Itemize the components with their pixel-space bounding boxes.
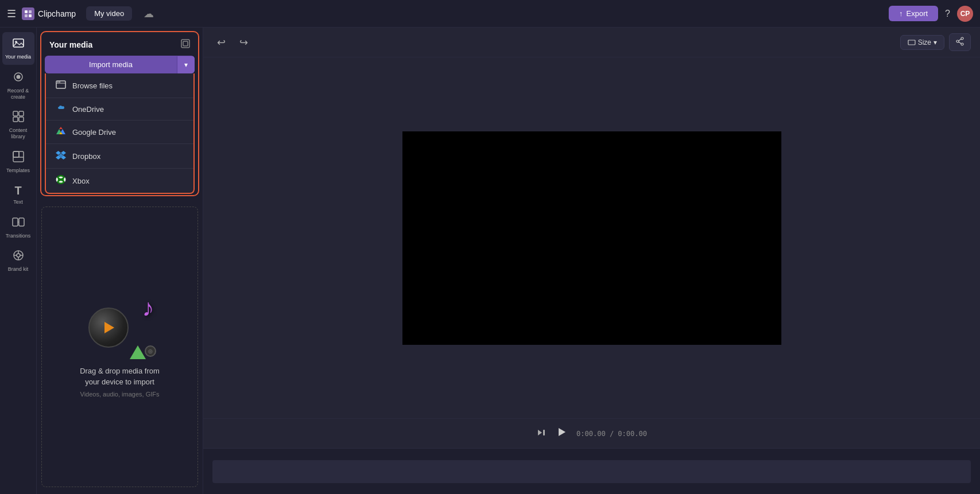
media-triangle-icon [130, 345, 146, 359]
avatar[interactable]: CP [957, 6, 973, 22]
editor-toolbar: ↩ ↪ Size ▾ [203, 28, 980, 57]
sidebar-item-brand-kit-label: Brand kit [8, 266, 29, 273]
svg-rect-3 [29, 14, 32, 17]
music-note-icon: ♪ [142, 296, 154, 320]
video-canvas [402, 131, 781, 345]
cloud-icon: ☁ [144, 7, 154, 20]
sidebar-item-templates[interactable]: Templates [2, 146, 34, 178]
app-logo-icon [22, 7, 34, 20]
size-button[interactable]: Size ▾ [900, 35, 944, 50]
browse-files-icon [55, 79, 67, 92]
size-icon [908, 38, 916, 46]
svg-point-7 [16, 75, 20, 79]
app-logo: Clipchamp [22, 7, 76, 20]
panel-container: Your media Import media ▾ [40, 31, 199, 196]
sidebar-item-text[interactable]: T Text [2, 180, 34, 210]
export-label: Export [907, 9, 928, 18]
sidebar-item-templates-label: Templates [6, 168, 30, 174]
timeline-track[interactable] [212, 460, 971, 483]
svg-rect-26 [183, 41, 188, 46]
svg-rect-31 [908, 40, 915, 45]
xbox-icon [55, 174, 67, 187]
import-media-button[interactable]: Import media ▾ [45, 56, 195, 73]
media-disc [88, 308, 129, 348]
play-icon [104, 322, 114, 333]
help-icon[interactable]: ? [945, 9, 950, 19]
svg-line-36 [959, 42, 961, 44]
templates-icon [12, 150, 25, 166]
import-media-wrapper: Import media ▾ [41, 56, 198, 73]
media-small-circle: ◎ [145, 345, 156, 357]
dropbox-label: Dropbox [72, 152, 100, 161]
share-icon [955, 37, 964, 46]
export-button[interactable]: ↑ Export [889, 6, 938, 21]
hamburger-icon[interactable]: ☰ [7, 7, 16, 20]
active-tab[interactable]: My video [86, 6, 132, 21]
svg-rect-16 [13, 218, 18, 226]
record-icon [12, 71, 25, 86]
dropdown-item-xbox[interactable]: Xbox [46, 169, 193, 193]
left-panel: Your media Import media ▾ [37, 28, 203, 494]
dropdown-item-onedrive[interactable]: OneDrive [46, 98, 193, 120]
export-arrow-icon: ↑ [899, 9, 903, 18]
svg-rect-17 [19, 218, 24, 226]
sidebar-item-content-library[interactable]: Contentlibrary [2, 106, 34, 145]
brand-kit-icon [12, 249, 25, 264]
video-preview [203, 57, 980, 418]
drop-zone[interactable]: ♪ ◎ Drag & drop media fromyour device to… [41, 207, 198, 487]
dropdown-item-browse-files[interactable]: Browse files [46, 73, 193, 98]
play-button[interactable] [556, 426, 567, 441]
sidebar-icons: Your media Record &create Contentlibra [0, 28, 37, 494]
svg-rect-10 [13, 117, 18, 122]
size-chevron: ▾ [933, 38, 937, 46]
sidebar-item-record[interactable]: Record &create [2, 66, 34, 105]
sidebar-item-record-label: Record &create [7, 88, 29, 100]
app-name: Clipchamp [38, 9, 76, 18]
sidebar-item-content-library-label: Contentlibrary [9, 127, 28, 140]
undo-button[interactable]: ↩ [212, 34, 230, 51]
google-drive-label: Google Drive [72, 128, 116, 137]
xbox-label: Xbox [72, 177, 90, 185]
panel-header: Your media [41, 32, 198, 56]
dropdown-item-google-drive[interactable]: Google Drive [46, 120, 193, 144]
drop-zone-text: Drag & drop media fromyour device to imp… [80, 366, 160, 397]
dropdown-item-dropbox[interactable]: Dropbox [46, 144, 193, 169]
sidebar-item-text-label: Text [13, 199, 23, 205]
center-area: ↩ ↪ Size ▾ [203, 28, 980, 494]
panel-pin-icon[interactable] [181, 39, 190, 50]
drop-zone-sub-text: Videos, audio, images, GIFs [80, 391, 160, 398]
svg-marker-37 [538, 430, 542, 435]
svg-rect-2 [25, 14, 28, 17]
main-layout: Your media Record &create Contentlibra [0, 28, 980, 494]
sidebar-item-your-media[interactable]: Your media [2, 32, 34, 65]
playback-controls: 0:00.00 / 0:00.00 [203, 418, 980, 448]
sidebar-item-transitions-label: Transitions [6, 233, 31, 239]
skip-back-button[interactable] [536, 427, 547, 440]
svg-marker-39 [559, 428, 565, 436]
your-media-icon [12, 37, 25, 52]
google-drive-icon [55, 126, 67, 138]
import-media-arrow-icon[interactable]: ▾ [177, 56, 195, 73]
svg-rect-8 [13, 111, 18, 116]
media-illustration: ♪ ◎ [83, 296, 157, 359]
time-separator: / [610, 430, 618, 438]
redo-button[interactable]: ↪ [235, 34, 253, 51]
sidebar-item-brand-kit[interactable]: Brand kit [2, 244, 34, 277]
svg-rect-1 [29, 10, 32, 13]
svg-point-20 [17, 254, 20, 257]
share-button[interactable] [949, 33, 971, 51]
svg-line-35 [959, 39, 961, 41]
sidebar-item-your-media-label: Your media [5, 54, 31, 60]
size-label: Size [918, 38, 931, 46]
text-icon: T [14, 184, 21, 197]
svg-rect-25 [181, 40, 189, 48]
panel-title: Your media [49, 40, 92, 49]
svg-rect-11 [19, 117, 24, 122]
time-current: 0:00.00 / 0:00.00 [576, 430, 647, 438]
dropbox-icon [55, 150, 67, 162]
svg-rect-4 [13, 39, 24, 47]
svg-rect-0 [25, 10, 28, 13]
onedrive-icon [55, 104, 67, 114]
svg-rect-13 [13, 151, 19, 157]
sidebar-item-transitions[interactable]: Transitions [2, 211, 34, 244]
